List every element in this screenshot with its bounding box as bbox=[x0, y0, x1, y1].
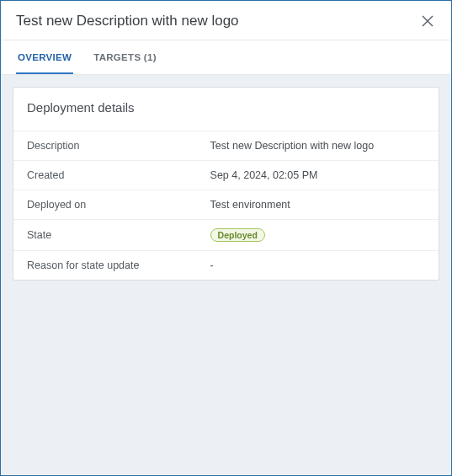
row-value: Sep 4, 2024, 02:05 PM bbox=[210, 169, 425, 181]
row-label: Reason for state update bbox=[27, 259, 210, 271]
row-deployed-on: Deployed on Test environment bbox=[13, 190, 439, 219]
row-created: Created Sep 4, 2024, 02:05 PM bbox=[13, 160, 439, 190]
row-label: State bbox=[27, 229, 210, 241]
row-state: State Deployed bbox=[13, 219, 439, 250]
close-button[interactable] bbox=[419, 13, 436, 29]
close-icon bbox=[422, 15, 433, 27]
row-description: Description Test new Description with ne… bbox=[13, 131, 439, 160]
row-value: - bbox=[210, 259, 425, 271]
row-label: Created bbox=[27, 169, 210, 181]
row-label: Description bbox=[27, 140, 210, 152]
row-value: Test environment bbox=[210, 199, 425, 211]
tab-targets[interactable]: TARGETS (1) bbox=[92, 40, 158, 74]
row-reason: Reason for state update - bbox=[13, 250, 439, 280]
dialog-header: Test new Description with new logo bbox=[1, 1, 451, 40]
dialog-title: Test new Description with new logo bbox=[16, 13, 239, 29]
card-title: Deployment details bbox=[13, 88, 439, 131]
content-area: Deployment details Description Test new … bbox=[1, 75, 451, 475]
row-value: Deployed bbox=[210, 228, 425, 242]
state-badge: Deployed bbox=[210, 228, 265, 242]
row-value: Test new Description with new logo bbox=[210, 140, 425, 152]
tab-overview[interactable]: OVERVIEW bbox=[16, 40, 73, 74]
row-label: Deployed on bbox=[27, 199, 210, 211]
tab-bar: OVERVIEW TARGETS (1) bbox=[1, 40, 451, 75]
deployment-details-card: Deployment details Description Test new … bbox=[13, 87, 439, 281]
